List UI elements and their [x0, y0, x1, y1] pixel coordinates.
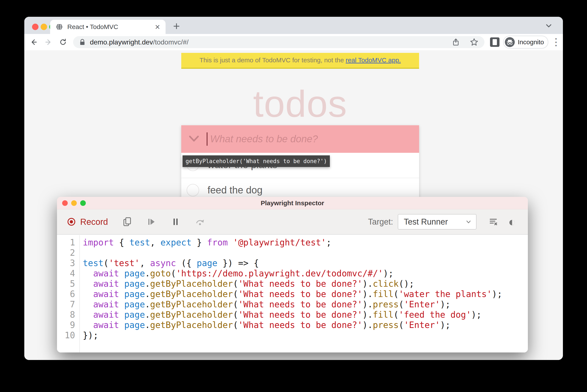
- code-line: 4 await page.goto('https://demo.playwrig…: [57, 268, 528, 278]
- playwright-inspector-window: Playwright Inspector Record Target: Test…: [57, 197, 528, 352]
- line-number: 9: [57, 320, 79, 330]
- tab-title: React • TodoMVC: [67, 23, 155, 30]
- line-number: 1: [57, 237, 79, 248]
- side-panel-icon[interactable]: [490, 38, 499, 47]
- code-text: import { test, expect } from '@playwrigh…: [79, 237, 331, 248]
- line-number: 8: [57, 310, 79, 320]
- resume-icon[interactable]: [147, 217, 157, 227]
- back-button[interactable]: [29, 38, 39, 47]
- code-line: 9 await page.getByPlaceholder('What need…: [57, 320, 528, 330]
- code-line: 3test('test', async ({ page }) => {: [57, 258, 528, 268]
- code-text: });: [79, 330, 98, 340]
- code-line: 5 await page.getByPlaceholder('What need…: [57, 278, 528, 289]
- code-line: 10});: [57, 330, 528, 340]
- inspector-code-panel: 1import { test, expect } from '@playwrig…: [57, 235, 528, 352]
- code-text: await page.getByPlaceholder('What needs …: [79, 289, 502, 299]
- line-number: 3: [57, 258, 79, 268]
- inspector-toolbar: Record Target: Test Runner ◐: [57, 209, 528, 235]
- demo-banner: This is just a demo of TodoMVC for testi…: [181, 53, 419, 69]
- code-text: [79, 248, 83, 258]
- incognito-icon: [505, 37, 515, 47]
- inspector-title-bar: Playwright Inspector: [57, 197, 528, 209]
- clear-log-icon[interactable]: [488, 217, 498, 227]
- code-line: 2: [57, 248, 528, 258]
- line-number: 10: [57, 330, 79, 340]
- close-window-button[interactable]: [62, 200, 68, 206]
- record-label: Record: [80, 217, 108, 227]
- code-text: await page.getByPlaceholder('What needs …: [79, 299, 450, 310]
- target-select[interactable]: Test Runner: [398, 214, 476, 230]
- url-host: demo.playwright.dev: [90, 38, 153, 46]
- share-icon[interactable]: [451, 38, 460, 47]
- record-button[interactable]: Record: [67, 217, 108, 227]
- line-number: 5: [57, 278, 79, 289]
- bookmark-star-icon[interactable]: [469, 38, 479, 47]
- target-value: Test Runner: [404, 217, 465, 226]
- todo-label: feed the dog: [208, 184, 263, 196]
- new-todo-input[interactable]: What needs to be done?: [181, 125, 419, 153]
- line-number: 2: [57, 248, 79, 258]
- code-line: 8 await page.getByPlaceholder('What need…: [57, 310, 528, 320]
- address-bar[interactable]: demo.playwright.dev/todomvc/#/: [73, 36, 484, 48]
- pause-icon[interactable]: [171, 217, 181, 227]
- copy-icon[interactable]: [122, 216, 133, 228]
- lock-icon: [79, 38, 86, 46]
- reload-button[interactable]: [58, 38, 68, 47]
- code-lines: 1import { test, expect } from '@playwrig…: [57, 237, 528, 340]
- minimize-window-button[interactable]: [71, 200, 77, 206]
- banner-text: This is just a demo of TodoMVC for testi…: [200, 56, 346, 64]
- code-text: await page.getByPlaceholder('What needs …: [79, 278, 414, 289]
- code-line: 7 await page.getByPlaceholder('What need…: [57, 299, 528, 310]
- browser-toolbar: demo.playwright.dev/todomvc/#/ Incogn: [24, 34, 563, 50]
- incognito-label: Incognito: [518, 38, 544, 46]
- target-label: Target:: [368, 217, 393, 226]
- theme-contrast-icon[interactable]: ◐: [508, 216, 516, 228]
- code-line: 6 await page.getByPlaceholder('What need…: [57, 289, 528, 299]
- inspector-title: Playwright Inspector: [261, 200, 324, 206]
- new-tab-button[interactable]: +: [173, 19, 180, 33]
- code-text: test('test', async ({ page }) => {: [79, 258, 259, 268]
- step-over-icon[interactable]: [195, 217, 206, 227]
- search-tabs-chevron-icon[interactable]: [544, 22, 553, 30]
- playwright-locator-tooltip: getByPlaceholder('What needs to be done?…: [183, 156, 330, 167]
- code-line: 1import { test, expect } from '@playwrig…: [57, 237, 528, 248]
- url-path: /todomvc/#/: [153, 38, 188, 46]
- banner-link[interactable]: real TodoMVC app.: [346, 56, 401, 64]
- globe-favicon-icon: [56, 23, 63, 30]
- chevron-down-icon: [465, 218, 472, 226]
- new-todo-placeholder: What needs to be done?: [210, 133, 318, 145]
- line-number: 7: [57, 299, 79, 310]
- line-number: 6: [57, 289, 79, 299]
- text-cursor: [207, 132, 208, 146]
- minimize-window-button[interactable]: [41, 24, 47, 30]
- zoom-window-button[interactable]: [80, 200, 86, 206]
- todo-checkbox[interactable]: [187, 184, 199, 196]
- target-group: Target: Test Runner ◐: [368, 214, 516, 230]
- forward-button[interactable]: [44, 38, 53, 47]
- close-window-button[interactable]: [32, 24, 39, 30]
- line-number: 4: [57, 268, 79, 278]
- page-title: todos: [181, 82, 419, 125]
- browser-menu-kebab-icon[interactable]: ⋮: [551, 36, 561, 48]
- incognito-badge: Incognito: [503, 36, 548, 48]
- gutter-separator: [79, 235, 80, 352]
- toggle-all-chevron-icon[interactable]: [188, 135, 200, 143]
- code-text: await page.getByPlaceholder('What needs …: [79, 320, 450, 330]
- code-text: await page.getByPlaceholder('What needs …: [79, 310, 481, 320]
- code-text: await page.goto('https://demo.playwright…: [79, 268, 393, 278]
- tab-react-todomvc[interactable]: React • TodoMVC ×: [50, 20, 166, 34]
- tab-close-icon[interactable]: ×: [155, 22, 160, 31]
- record-icon: [67, 217, 76, 227]
- browser-tab-bar: React • TodoMVC × +: [24, 17, 563, 34]
